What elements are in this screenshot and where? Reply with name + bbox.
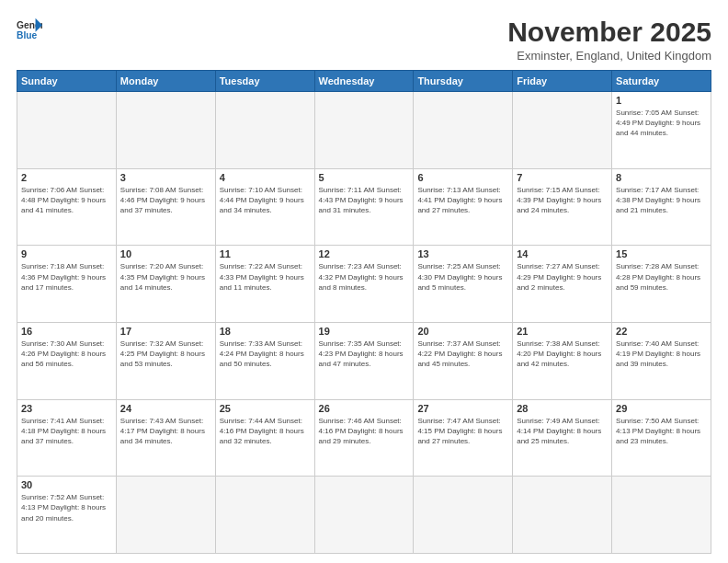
calendar-cell: 4Sunrise: 7:10 AM Sunset: 4:44 PM Daylig…	[215, 168, 314, 246]
day-number: 25	[220, 403, 311, 414]
calendar-cell	[513, 477, 612, 554]
day-number: 26	[319, 403, 410, 414]
page-title: November 2025	[507, 17, 711, 47]
calendar-cell: 3Sunrise: 7:08 AM Sunset: 4:46 PM Daylig…	[116, 168, 215, 246]
calendar-cell: 28Sunrise: 7:49 AM Sunset: 4:14 PM Dayli…	[513, 399, 612, 477]
calendar-cell: 24Sunrise: 7:43 AM Sunset: 4:17 PM Dayli…	[116, 399, 215, 477]
calendar-cell	[215, 477, 314, 554]
logo: General Blue	[17, 17, 42, 42]
day-info: Sunrise: 7:46 AM Sunset: 4:16 PM Dayligh…	[319, 416, 410, 447]
day-info: Sunrise: 7:15 AM Sunset: 4:39 PM Dayligh…	[517, 185, 608, 216]
calendar-cell: 2Sunrise: 7:06 AM Sunset: 4:48 PM Daylig…	[17, 168, 117, 246]
day-info: Sunrise: 7:30 AM Sunset: 4:26 PM Dayligh…	[21, 339, 112, 370]
weekday-header-friday: Friday	[513, 71, 612, 92]
day-info: Sunrise: 7:38 AM Sunset: 4:20 PM Dayligh…	[517, 339, 608, 370]
calendar-cell: 13Sunrise: 7:25 AM Sunset: 4:30 PM Dayli…	[414, 246, 513, 323]
calendar-cell: 10Sunrise: 7:20 AM Sunset: 4:35 PM Dayli…	[116, 246, 215, 323]
day-info: Sunrise: 7:49 AM Sunset: 4:14 PM Dayligh…	[517, 416, 608, 447]
day-number: 1	[616, 95, 707, 106]
calendar-week-row: 1Sunrise: 7:05 AM Sunset: 4:49 PM Daylig…	[17, 92, 711, 169]
calendar-cell: 18Sunrise: 7:33 AM Sunset: 4:24 PM Dayli…	[215, 322, 314, 399]
calendar-cell: 5Sunrise: 7:11 AM Sunset: 4:43 PM Daylig…	[314, 168, 414, 246]
calendar-week-row: 9Sunrise: 7:18 AM Sunset: 4:36 PM Daylig…	[17, 246, 711, 323]
weekday-header-row: SundayMondayTuesdayWednesdayThursdayFrid…	[17, 71, 711, 92]
day-number: 15	[616, 248, 707, 259]
day-info: Sunrise: 7:08 AM Sunset: 4:46 PM Dayligh…	[120, 185, 211, 216]
weekday-header-monday: Monday	[116, 71, 215, 92]
day-info: Sunrise: 7:37 AM Sunset: 4:22 PM Dayligh…	[417, 339, 508, 370]
calendar-cell: 25Sunrise: 7:44 AM Sunset: 4:16 PM Dayli…	[215, 399, 314, 477]
day-info: Sunrise: 7:20 AM Sunset: 4:35 PM Dayligh…	[120, 261, 211, 293]
calendar-week-row: 23Sunrise: 7:41 AM Sunset: 4:18 PM Dayli…	[17, 399, 711, 477]
calendar-week-row: 30Sunrise: 7:52 AM Sunset: 4:13 PM Dayli…	[17, 477, 711, 554]
calendar-week-row: 16Sunrise: 7:30 AM Sunset: 4:26 PM Dayli…	[17, 322, 711, 399]
day-number: 12	[319, 248, 410, 259]
day-number: 28	[517, 403, 608, 414]
calendar-cell	[513, 92, 612, 169]
calendar-cell	[17, 92, 117, 169]
page: General Blue November 2025 Exminster, En…	[0, 0, 728, 563]
day-info: Sunrise: 7:52 AM Sunset: 4:13 PM Dayligh…	[21, 492, 112, 523]
calendar-cell	[314, 92, 414, 169]
calendar-cell	[612, 477, 711, 554]
day-number: 4	[220, 172, 311, 183]
day-number: 20	[417, 326, 508, 337]
day-number: 30	[21, 479, 112, 490]
calendar-cell: 20Sunrise: 7:37 AM Sunset: 4:22 PM Dayli…	[414, 322, 513, 399]
calendar-cell: 7Sunrise: 7:15 AM Sunset: 4:39 PM Daylig…	[513, 168, 612, 246]
svg-text:Blue: Blue	[17, 30, 38, 40]
day-number: 16	[21, 326, 112, 337]
weekday-header-saturday: Saturday	[612, 71, 711, 92]
day-info: Sunrise: 7:23 AM Sunset: 4:32 PM Dayligh…	[319, 261, 410, 293]
calendar-cell: 23Sunrise: 7:41 AM Sunset: 4:18 PM Dayli…	[17, 399, 117, 477]
day-number: 14	[517, 248, 608, 259]
day-number: 6	[417, 172, 508, 183]
calendar-cell: 9Sunrise: 7:18 AM Sunset: 4:36 PM Daylig…	[17, 246, 117, 323]
day-number: 24	[120, 403, 211, 414]
calendar-cell: 27Sunrise: 7:47 AM Sunset: 4:15 PM Dayli…	[414, 399, 513, 477]
day-info: Sunrise: 7:06 AM Sunset: 4:48 PM Dayligh…	[21, 185, 112, 216]
day-info: Sunrise: 7:33 AM Sunset: 4:24 PM Dayligh…	[220, 339, 311, 370]
day-info: Sunrise: 7:25 AM Sunset: 4:30 PM Dayligh…	[417, 261, 508, 293]
day-info: Sunrise: 7:41 AM Sunset: 4:18 PM Dayligh…	[21, 416, 112, 447]
day-number: 17	[120, 326, 211, 337]
day-number: 13	[417, 248, 508, 259]
calendar-cell: 12Sunrise: 7:23 AM Sunset: 4:32 PM Dayli…	[314, 246, 414, 323]
calendar-cell: 26Sunrise: 7:46 AM Sunset: 4:16 PM Dayli…	[314, 399, 414, 477]
day-info: Sunrise: 7:18 AM Sunset: 4:36 PM Dayligh…	[21, 261, 112, 293]
title-block: November 2025 Exminster, England, United…	[507, 17, 711, 63]
day-number: 23	[21, 403, 112, 414]
day-info: Sunrise: 7:32 AM Sunset: 4:25 PM Dayligh…	[120, 339, 211, 370]
day-number: 11	[220, 248, 311, 259]
day-number: 21	[517, 326, 608, 337]
day-number: 8	[616, 172, 707, 183]
day-number: 2	[21, 172, 112, 183]
day-info: Sunrise: 7:05 AM Sunset: 4:49 PM Dayligh…	[616, 108, 707, 139]
calendar-cell: 22Sunrise: 7:40 AM Sunset: 4:19 PM Dayli…	[612, 322, 711, 399]
day-info: Sunrise: 7:11 AM Sunset: 4:43 PM Dayligh…	[319, 185, 410, 216]
day-info: Sunrise: 7:22 AM Sunset: 4:33 PM Dayligh…	[220, 261, 311, 293]
header: General Blue November 2025 Exminster, En…	[17, 17, 711, 63]
calendar-cell: 1Sunrise: 7:05 AM Sunset: 4:49 PM Daylig…	[612, 92, 711, 169]
calendar-cell: 30Sunrise: 7:52 AM Sunset: 4:13 PM Dayli…	[17, 477, 117, 554]
calendar-cell	[414, 92, 513, 169]
calendar-cell: 15Sunrise: 7:28 AM Sunset: 4:28 PM Dayli…	[612, 246, 711, 323]
calendar-cell	[116, 477, 215, 554]
day-info: Sunrise: 7:17 AM Sunset: 4:38 PM Dayligh…	[616, 185, 707, 216]
weekday-header-sunday: Sunday	[17, 71, 117, 92]
day-number: 27	[417, 403, 508, 414]
calendar-cell: 17Sunrise: 7:32 AM Sunset: 4:25 PM Dayli…	[116, 322, 215, 399]
day-info: Sunrise: 7:50 AM Sunset: 4:13 PM Dayligh…	[616, 416, 707, 447]
calendar-cell	[116, 92, 215, 169]
day-info: Sunrise: 7:28 AM Sunset: 4:28 PM Dayligh…	[616, 261, 707, 293]
weekday-header-thursday: Thursday	[414, 71, 513, 92]
calendar-cell: 11Sunrise: 7:22 AM Sunset: 4:33 PM Dayli…	[215, 246, 314, 323]
page-subtitle: Exminster, England, United Kingdom	[507, 49, 711, 63]
day-number: 3	[120, 172, 211, 183]
day-number: 29	[616, 403, 707, 414]
calendar-week-row: 2Sunrise: 7:06 AM Sunset: 4:48 PM Daylig…	[17, 168, 711, 246]
day-info: Sunrise: 7:13 AM Sunset: 4:41 PM Dayligh…	[417, 185, 508, 216]
day-info: Sunrise: 7:35 AM Sunset: 4:23 PM Dayligh…	[319, 339, 410, 370]
day-info: Sunrise: 7:27 AM Sunset: 4:29 PM Dayligh…	[517, 261, 608, 293]
day-number: 7	[517, 172, 608, 183]
